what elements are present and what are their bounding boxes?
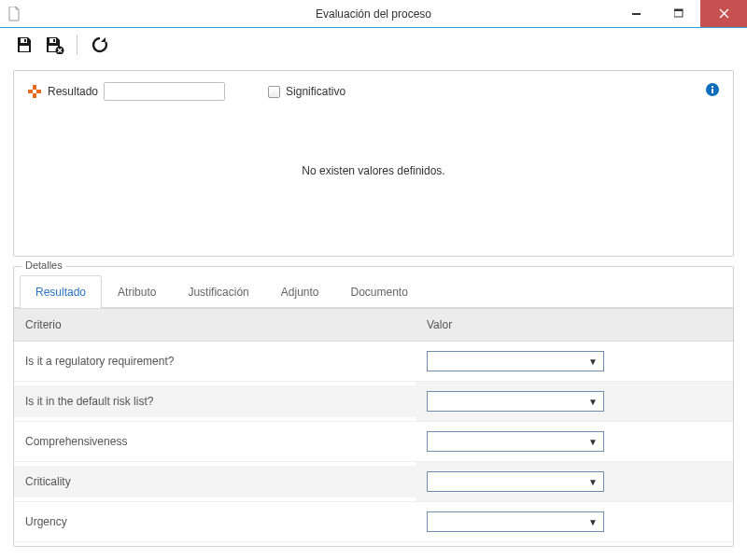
table-header: Criterio Valor <box>14 308 733 342</box>
criterion-cell: Criticality <box>14 466 416 497</box>
value-cell: ▼ <box>416 502 733 541</box>
window-controls <box>616 0 747 27</box>
tabs: Resultado Atributo Justificación Adjunto… <box>14 267 733 308</box>
svg-rect-15 <box>712 86 713 88</box>
value-select[interactable]: ▼ <box>427 471 604 492</box>
table-body: Is it a regulatory requirement?▼Is it in… <box>14 342 733 542</box>
significant-checkbox[interactable] <box>268 86 280 98</box>
info-icon[interactable] <box>705 82 720 100</box>
criterion-cell: Comprehensiveness <box>14 426 416 457</box>
column-criterion: Criterio <box>14 309 416 341</box>
tab-documento[interactable]: Documento <box>334 275 423 308</box>
titlebar: Evaluación del proceso <box>0 0 747 28</box>
criterion-cell: Is it a regulatory requirement? <box>14 345 416 377</box>
toolbar <box>0 28 747 61</box>
refresh-button[interactable] <box>87 32 113 58</box>
chevron-down-icon: ▼ <box>588 397 598 407</box>
value-select[interactable]: ▼ <box>427 511 604 532</box>
criterion-cell: Is it in the default risk list? <box>14 385 416 417</box>
value-cell: ▼ <box>416 462 733 501</box>
chevron-down-icon: ▼ <box>588 357 598 367</box>
result-input[interactable] <box>104 82 225 101</box>
details-legend: Detalles <box>21 259 66 271</box>
close-button[interactable] <box>700 0 747 27</box>
document-icon <box>7 7 22 21</box>
table-row: Urgency▼ <box>14 502 733 542</box>
table-row: Is it a regulatory requirement?▼ <box>14 342 733 382</box>
empty-message: No existen valores definidos. <box>27 101 720 243</box>
svg-rect-2 <box>674 9 683 11</box>
tab-atributo[interactable]: Atributo <box>102 275 172 308</box>
window-title: Evaluación del proceso <box>316 7 431 21</box>
chevron-down-icon: ▼ <box>588 517 598 527</box>
maximize-button[interactable] <box>658 0 700 27</box>
save-button[interactable] <box>11 32 37 58</box>
toolbar-divider <box>77 35 78 55</box>
save-close-button[interactable] <box>41 32 67 58</box>
value-cell: ▼ <box>416 342 733 381</box>
chevron-down-icon: ▼ <box>588 477 598 487</box>
svg-rect-0 <box>632 13 641 15</box>
result-row: Resultado Significativo <box>27 82 720 101</box>
svg-rect-4 <box>24 39 26 42</box>
svg-rect-12 <box>33 90 36 93</box>
svg-rect-7 <box>53 39 55 42</box>
svg-rect-5 <box>20 46 29 51</box>
criterion-cell: Urgency <box>14 506 416 538</box>
table-row: Comprehensiveness▼ <box>14 422 733 462</box>
top-panel: Resultado Significativo No existen valor… <box>13 70 734 257</box>
content: Resultado Significativo No existen valor… <box>0 61 747 560</box>
table-row: Is it in the default risk list?▼ <box>14 382 733 422</box>
value-cell: ▼ <box>416 422 733 461</box>
minimize-button[interactable] <box>616 0 658 27</box>
chevron-down-icon: ▼ <box>588 437 598 447</box>
tab-resultado[interactable]: Resultado <box>20 275 102 308</box>
significant-wrap: Significativo <box>268 85 345 98</box>
value-select[interactable]: ▼ <box>427 431 604 452</box>
table-row: Criticality▼ <box>14 462 733 502</box>
tab-justificacion[interactable]: Justificación <box>172 275 264 308</box>
result-label: Resultado <box>48 85 98 98</box>
table-scroll[interactable]: Criterio Valor Is it a regulatory requir… <box>14 308 733 546</box>
details-fieldset: Detalles Resultado Atributo Justificació… <box>13 266 734 547</box>
value-select[interactable]: ▼ <box>427 391 604 412</box>
evaluation-icon <box>27 84 42 99</box>
value-select[interactable]: ▼ <box>427 351 604 371</box>
significant-label: Significativo <box>286 85 345 98</box>
value-cell: ▼ <box>416 382 733 421</box>
tab-adjunto[interactable]: Adjunto <box>265 275 335 308</box>
column-value: Valor <box>416 309 733 341</box>
svg-rect-14 <box>712 89 713 93</box>
